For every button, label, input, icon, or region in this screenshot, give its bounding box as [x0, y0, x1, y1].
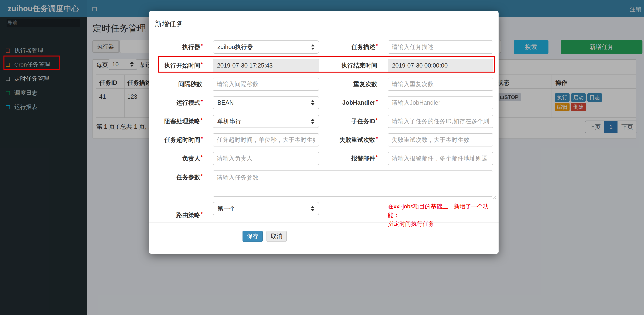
child-job-id-input[interactable] — [388, 115, 493, 128]
child-job-id-label: 子任务ID* — [319, 117, 388, 125]
alarm-email-label: 报警邮件* — [319, 154, 388, 163]
job-handler-label: JobHandler* — [319, 99, 388, 106]
modal-header-divider — [149, 32, 498, 32]
route-strategy-label: 路由策略* — [155, 211, 213, 219]
executor-select[interactable]: zuihou执行器 — [213, 41, 319, 54]
job-desc-input[interactable] — [388, 41, 493, 54]
job-param-label: 任务参数* — [155, 170, 213, 181]
interval-input[interactable] — [213, 78, 319, 91]
modal-footer-divider — [149, 222, 498, 222]
block-strategy-label: 阻塞处理策略* — [155, 117, 213, 125]
interval-label: 间隔秒数 — [155, 80, 213, 88]
select-arrows-icon — [311, 119, 314, 124]
select-arrows-icon — [311, 44, 314, 50]
add-task-modal: 新增任务 执行器* zuihou执行器 任务描述* 执行开始时间* 2019-0… — [149, 11, 498, 254]
job-handler-input[interactable] — [388, 96, 493, 109]
highlight-box-date-row — [158, 56, 495, 73]
repeat-count-label: 重复次数 — [319, 80, 388, 88]
feature-annotation: 在xxl-jobs项目的基础上，新增了一个功能： 指定时间执行任务 — [388, 202, 493, 228]
modal-title: 新增任务 — [155, 19, 183, 29]
select-arrows-icon — [311, 100, 314, 105]
fail-retry-input[interactable] — [388, 133, 493, 146]
fail-retry-label: 失败重试次数* — [319, 136, 388, 144]
timeout-label: 任务超时时间* — [155, 136, 213, 144]
owner-input[interactable] — [213, 152, 319, 165]
run-mode-label: 运行模式* — [155, 99, 213, 107]
job-desc-label: 任务描述* — [319, 43, 388, 51]
alarm-email-input[interactable] — [388, 152, 493, 165]
cancel-button[interactable]: 取消 — [266, 231, 286, 242]
modal-buttons: 保存 取消 — [242, 231, 286, 242]
block-strategy-select[interactable]: 单机串行 — [213, 115, 319, 128]
route-strategy-select[interactable]: 第一个 — [213, 202, 319, 215]
owner-label: 负责人* — [155, 154, 213, 163]
job-param-textarea[interactable] — [213, 170, 493, 197]
timeout-input[interactable] — [213, 133, 319, 146]
save-button[interactable]: 保存 — [242, 231, 263, 242]
select-arrows-icon — [311, 206, 314, 211]
repeat-count-input[interactable] — [388, 78, 493, 91]
highlight-box-sidebar-item — [4, 56, 60, 70]
executor-label: 执行器* — [155, 43, 213, 51]
run-mode-select[interactable]: BEAN — [213, 96, 319, 109]
